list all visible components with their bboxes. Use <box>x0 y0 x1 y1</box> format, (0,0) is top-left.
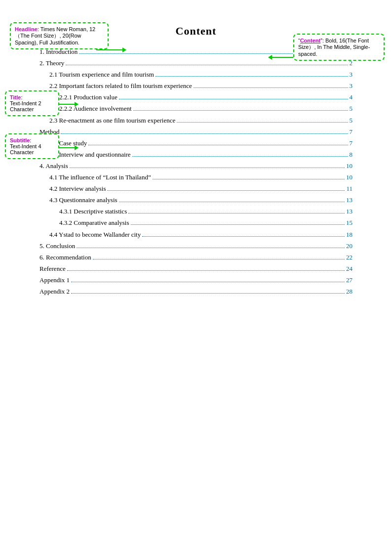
toc-item-text: 4.2 Interview analysis <box>39 183 106 194</box>
toc-dots <box>133 110 348 111</box>
toc-item-text: Appendix 1 <box>39 275 70 286</box>
toc-dots <box>70 168 345 168</box>
toc-row: Appendix 228 <box>39 286 353 297</box>
toc-item-text: 5. Conclusion <box>39 241 75 252</box>
annotation-content-box: “Content”: Bold, 16(The Font Size）, In T… <box>293 34 385 61</box>
toc-page-number: 7 <box>350 138 353 149</box>
toc-row: 5. Conclusion20 <box>39 241 353 252</box>
toc-dots <box>194 87 348 88</box>
arrow-subtitle <box>58 147 78 148</box>
toc-item-text: 4.3 Questionnaire analysis <box>39 195 118 206</box>
toc-row: 2.2.1 Production value4 <box>39 92 353 103</box>
toc-dots <box>132 156 348 157</box>
toc-row: 4. Analysis10 <box>39 161 353 171</box>
toc-row: 2.2.2 Audience involvement5 <box>39 103 353 114</box>
toc-row: 6. Recommendation22 <box>39 252 353 263</box>
toc-page-number: 13 <box>346 195 353 206</box>
toc-page-number: 27 <box>346 275 353 286</box>
toc-dots <box>156 76 348 77</box>
toc-dots <box>153 179 345 179</box>
headline-label: Headline <box>15 26 38 32</box>
toc-item-text: 4. Analysis <box>39 161 68 171</box>
toc-dots <box>61 133 348 134</box>
arrow-content <box>269 57 293 58</box>
content-box-label: Content <box>300 38 321 43</box>
toc-page-number: 20 <box>346 241 353 252</box>
toc-page-number: 3 <box>350 81 353 91</box>
title-label: Title <box>10 94 21 100</box>
arrow-title <box>58 104 78 105</box>
toc-dots <box>119 99 348 99</box>
toc-page-number: 10 <box>346 161 353 171</box>
toc-row: 4.3 Questionnaire analysis13 <box>39 195 353 206</box>
toc-page-number: 13 <box>346 206 353 217</box>
toc-dots <box>67 270 345 271</box>
toc-row: 4.4 Ystad to become Wallander city18 <box>39 229 353 240</box>
toc-page-number: 10 <box>346 172 353 183</box>
toc-page-number: 4 <box>350 92 353 103</box>
toc-page-number: 7 <box>350 127 353 137</box>
toc-item-text: 4.3.1 Descriptive statistics <box>39 206 127 217</box>
toc-row: 2.1 Tourism experience and film tourism3 <box>39 69 353 80</box>
toc-dots <box>71 282 345 282</box>
toc-item-text: 4.1 The influence of “Lost in Thailand” <box>39 172 151 183</box>
toc-dots <box>107 190 345 191</box>
subtitle-text: Text-Indent 4 Character <box>10 143 41 155</box>
toc-row: 4.1 The influence of “Lost in Thailand”1… <box>39 172 353 183</box>
toc-item-text: 2.2 Important factors related to film to… <box>39 81 192 91</box>
toc-row: 4.3.2 Comparative analysis15 <box>39 217 353 228</box>
toc-page-number: 3 <box>350 69 353 80</box>
toc-item-text: 2.1 Tourism experience and film tourism <box>39 69 154 80</box>
page: Headline: Times New Roman, 12（The Font S… <box>0 0 392 555</box>
toc-dots <box>119 202 345 202</box>
toc-item-text: 2. Theory <box>39 58 64 69</box>
toc-item-text: 4.3.2 Comparative analysis <box>39 217 129 228</box>
toc-item-text: 2.3 Re-enactment as one film tourism exp… <box>39 115 175 126</box>
toc-dots <box>93 259 345 259</box>
toc-item-text: Appendix 2 <box>39 286 70 297</box>
toc-row: Reference24 <box>39 263 353 274</box>
toc-page-number: 5 <box>350 103 353 114</box>
toc-dots <box>128 213 345 213</box>
toc-item-text: 4.4 Ystad to become Wallander city <box>39 229 141 240</box>
arrow-headline <box>96 49 126 50</box>
toc-row: Method7 <box>39 127 353 137</box>
toc-dots <box>66 65 348 65</box>
toc-dots <box>77 248 345 248</box>
toc-page-number: 11 <box>346 183 353 194</box>
toc-row: 3.2 Interview and questionnaire8 <box>39 149 353 160</box>
toc-item-text: 6. Recommendation <box>39 252 91 263</box>
toc-page-number: 8 <box>350 149 353 160</box>
toc-row: 3.1 Case study7 <box>39 138 353 149</box>
toc-dots <box>88 145 348 145</box>
toc-dots <box>177 122 348 123</box>
toc-dots <box>142 236 345 237</box>
toc-page-number: 24 <box>346 263 353 274</box>
annotation-title-box: Title: Text-Indent 2 Character <box>5 90 59 116</box>
content-area: Content 1. Introduction2. Theory22.1 Tou… <box>39 25 353 297</box>
annotation-headline-box: Headline: Times New Roman, 12（The Font S… <box>10 22 109 49</box>
toc-item-text: Reference <box>39 263 66 274</box>
toc-page-number: 5 <box>350 115 353 126</box>
toc-row: 4.3.1 Descriptive statistics13 <box>39 206 353 217</box>
toc-dots <box>131 224 345 225</box>
toc-page-number: 22 <box>346 252 353 263</box>
toc-page-number: 28 <box>346 286 353 297</box>
annotation-subtitle-box: Subtitle: Text-Indent 4 Character <box>5 133 59 159</box>
toc-page-number: 15 <box>346 217 353 228</box>
toc-row: 4.2 Interview analysis11 <box>39 183 353 194</box>
toc-dots <box>71 293 345 294</box>
toc-row: 2.3 Re-enactment as one film tourism exp… <box>39 115 353 126</box>
toc-row: 2.2 Important factors related to film to… <box>39 81 353 91</box>
toc-page-number: 18 <box>346 229 353 240</box>
table-of-contents: 1. Introduction2. Theory22.1 Tourism exp… <box>39 46 353 297</box>
title-text: Text-Indent 2 Character <box>10 100 41 112</box>
subtitle-label: Subtitle <box>10 137 30 143</box>
toc-row: Appendix 127 <box>39 275 353 286</box>
